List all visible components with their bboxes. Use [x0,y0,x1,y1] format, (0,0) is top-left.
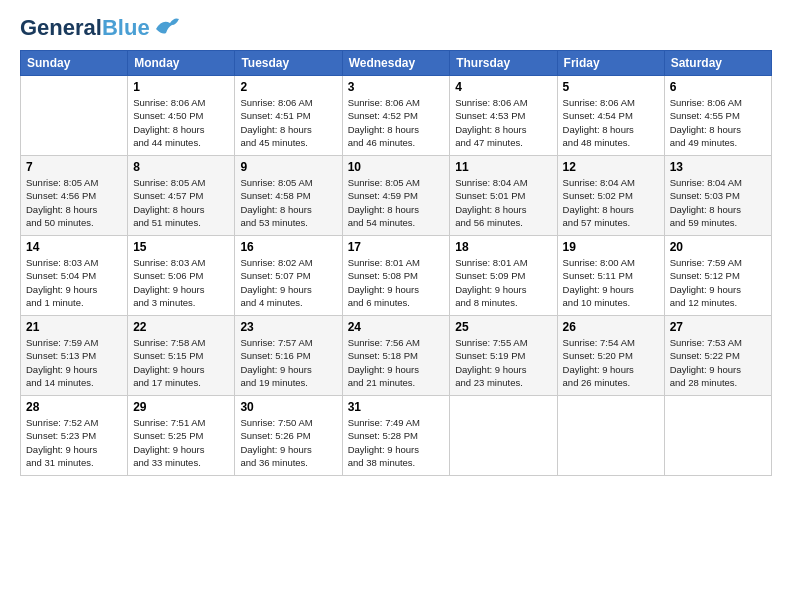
calendar-cell: 29Sunrise: 7:51 AMSunset: 5:25 PMDayligh… [128,396,235,476]
logo-bird-icon [152,15,180,37]
day-info: Sunrise: 8:04 AMSunset: 5:03 PMDaylight:… [670,176,766,229]
day-info: Sunrise: 8:06 AMSunset: 4:55 PMDaylight:… [670,96,766,149]
calendar-cell [557,396,664,476]
day-number: 3 [348,80,445,94]
calendar-week-4: 21Sunrise: 7:59 AMSunset: 5:13 PMDayligh… [21,316,772,396]
weekday-header-row: SundayMondayTuesdayWednesdayThursdayFrid… [21,51,772,76]
calendar-week-1: 1Sunrise: 8:06 AMSunset: 4:50 PMDaylight… [21,76,772,156]
calendar-cell: 1Sunrise: 8:06 AMSunset: 4:50 PMDaylight… [128,76,235,156]
calendar-cell: 13Sunrise: 8:04 AMSunset: 5:03 PMDayligh… [664,156,771,236]
day-number: 13 [670,160,766,174]
day-number: 28 [26,400,122,414]
day-info: Sunrise: 7:56 AMSunset: 5:18 PMDaylight:… [348,336,445,389]
calendar-cell: 17Sunrise: 8:01 AMSunset: 5:08 PMDayligh… [342,236,450,316]
calendar-cell: 25Sunrise: 7:55 AMSunset: 5:19 PMDayligh… [450,316,557,396]
calendar-cell: 27Sunrise: 7:53 AMSunset: 5:22 PMDayligh… [664,316,771,396]
day-info: Sunrise: 8:04 AMSunset: 5:01 PMDaylight:… [455,176,551,229]
calendar-cell: 12Sunrise: 8:04 AMSunset: 5:02 PMDayligh… [557,156,664,236]
day-info: Sunrise: 7:50 AMSunset: 5:26 PMDaylight:… [240,416,336,469]
day-info: Sunrise: 8:04 AMSunset: 5:02 PMDaylight:… [563,176,659,229]
day-info: Sunrise: 7:55 AMSunset: 5:19 PMDaylight:… [455,336,551,389]
calendar-cell: 8Sunrise: 8:05 AMSunset: 4:57 PMDaylight… [128,156,235,236]
weekday-header-friday: Friday [557,51,664,76]
calendar-cell: 3Sunrise: 8:06 AMSunset: 4:52 PMDaylight… [342,76,450,156]
day-number: 18 [455,240,551,254]
day-info: Sunrise: 7:59 AMSunset: 5:13 PMDaylight:… [26,336,122,389]
day-info: Sunrise: 7:49 AMSunset: 5:28 PMDaylight:… [348,416,445,469]
day-number: 9 [240,160,336,174]
day-number: 27 [670,320,766,334]
calendar-table: SundayMondayTuesdayWednesdayThursdayFrid… [20,50,772,476]
calendar-week-3: 14Sunrise: 8:03 AMSunset: 5:04 PMDayligh… [21,236,772,316]
day-number: 26 [563,320,659,334]
day-number: 17 [348,240,445,254]
calendar-cell [21,76,128,156]
calendar-cell: 18Sunrise: 8:01 AMSunset: 5:09 PMDayligh… [450,236,557,316]
day-info: Sunrise: 8:00 AMSunset: 5:11 PMDaylight:… [563,256,659,309]
calendar-cell: 10Sunrise: 8:05 AMSunset: 4:59 PMDayligh… [342,156,450,236]
day-info: Sunrise: 7:51 AMSunset: 5:25 PMDaylight:… [133,416,229,469]
day-number: 23 [240,320,336,334]
day-info: Sunrise: 7:52 AMSunset: 5:23 PMDaylight:… [26,416,122,469]
day-info: Sunrise: 7:58 AMSunset: 5:15 PMDaylight:… [133,336,229,389]
day-info: Sunrise: 8:05 AMSunset: 4:56 PMDaylight:… [26,176,122,229]
day-number: 7 [26,160,122,174]
calendar-cell: 20Sunrise: 7:59 AMSunset: 5:12 PMDayligh… [664,236,771,316]
day-info: Sunrise: 8:06 AMSunset: 4:50 PMDaylight:… [133,96,229,149]
day-number: 30 [240,400,336,414]
day-info: Sunrise: 7:59 AMSunset: 5:12 PMDaylight:… [670,256,766,309]
weekday-header-tuesday: Tuesday [235,51,342,76]
day-number: 22 [133,320,229,334]
calendar-cell: 14Sunrise: 8:03 AMSunset: 5:04 PMDayligh… [21,236,128,316]
day-info: Sunrise: 8:06 AMSunset: 4:51 PMDaylight:… [240,96,336,149]
day-number: 12 [563,160,659,174]
day-info: Sunrise: 7:57 AMSunset: 5:16 PMDaylight:… [240,336,336,389]
calendar-cell: 9Sunrise: 8:05 AMSunset: 4:58 PMDaylight… [235,156,342,236]
calendar-cell: 7Sunrise: 8:05 AMSunset: 4:56 PMDaylight… [21,156,128,236]
calendar-week-5: 28Sunrise: 7:52 AMSunset: 5:23 PMDayligh… [21,396,772,476]
day-info: Sunrise: 8:03 AMSunset: 5:04 PMDaylight:… [26,256,122,309]
day-info: Sunrise: 8:05 AMSunset: 4:58 PMDaylight:… [240,176,336,229]
calendar-cell: 21Sunrise: 7:59 AMSunset: 5:13 PMDayligh… [21,316,128,396]
weekday-header-sunday: Sunday [21,51,128,76]
day-number: 20 [670,240,766,254]
calendar-cell: 11Sunrise: 8:04 AMSunset: 5:01 PMDayligh… [450,156,557,236]
calendar-cell: 24Sunrise: 7:56 AMSunset: 5:18 PMDayligh… [342,316,450,396]
calendar-cell: 30Sunrise: 7:50 AMSunset: 5:26 PMDayligh… [235,396,342,476]
day-number: 11 [455,160,551,174]
weekday-header-wednesday: Wednesday [342,51,450,76]
calendar-cell [664,396,771,476]
day-info: Sunrise: 8:06 AMSunset: 4:52 PMDaylight:… [348,96,445,149]
day-info: Sunrise: 8:06 AMSunset: 4:53 PMDaylight:… [455,96,551,149]
day-number: 31 [348,400,445,414]
day-info: Sunrise: 7:54 AMSunset: 5:20 PMDaylight:… [563,336,659,389]
day-number: 24 [348,320,445,334]
calendar-cell: 5Sunrise: 8:06 AMSunset: 4:54 PMDaylight… [557,76,664,156]
day-number: 8 [133,160,229,174]
calendar-cell: 2Sunrise: 8:06 AMSunset: 4:51 PMDaylight… [235,76,342,156]
weekday-header-saturday: Saturday [664,51,771,76]
calendar-cell: 6Sunrise: 8:06 AMSunset: 4:55 PMDaylight… [664,76,771,156]
day-info: Sunrise: 8:03 AMSunset: 5:06 PMDaylight:… [133,256,229,309]
day-info: Sunrise: 8:06 AMSunset: 4:54 PMDaylight:… [563,96,659,149]
day-number: 15 [133,240,229,254]
day-number: 5 [563,80,659,94]
day-number: 1 [133,80,229,94]
day-number: 16 [240,240,336,254]
page-header: GeneralBlue [20,16,772,40]
day-info: Sunrise: 8:05 AMSunset: 4:59 PMDaylight:… [348,176,445,229]
day-number: 14 [26,240,122,254]
day-number: 21 [26,320,122,334]
day-number: 4 [455,80,551,94]
calendar-cell: 19Sunrise: 8:00 AMSunset: 5:11 PMDayligh… [557,236,664,316]
day-info: Sunrise: 8:05 AMSunset: 4:57 PMDaylight:… [133,176,229,229]
day-number: 25 [455,320,551,334]
calendar-cell: 16Sunrise: 8:02 AMSunset: 5:07 PMDayligh… [235,236,342,316]
day-info: Sunrise: 7:53 AMSunset: 5:22 PMDaylight:… [670,336,766,389]
day-number: 6 [670,80,766,94]
calendar-cell: 22Sunrise: 7:58 AMSunset: 5:15 PMDayligh… [128,316,235,396]
calendar-cell: 23Sunrise: 7:57 AMSunset: 5:16 PMDayligh… [235,316,342,396]
logo-text: GeneralBlue [20,16,150,40]
day-info: Sunrise: 8:02 AMSunset: 5:07 PMDaylight:… [240,256,336,309]
day-info: Sunrise: 8:01 AMSunset: 5:08 PMDaylight:… [348,256,445,309]
